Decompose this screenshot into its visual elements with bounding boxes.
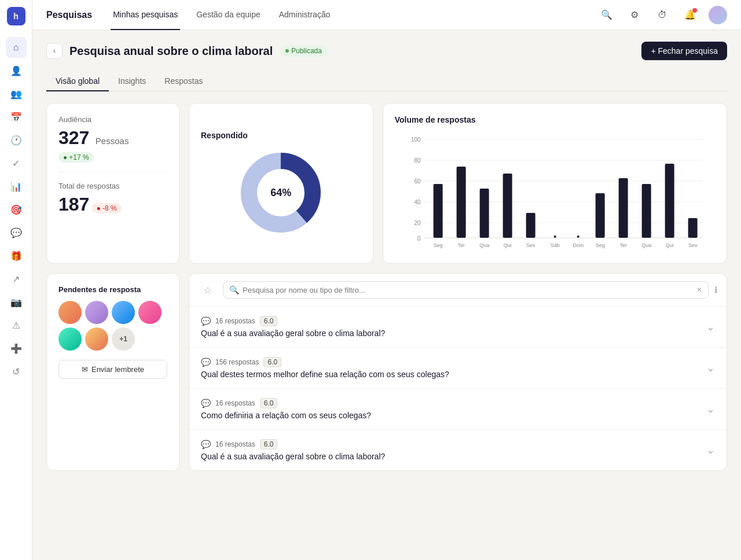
svg-text:Sáb: Sáb xyxy=(550,242,559,248)
nav-minhas-pesquisas[interactable]: Minhas pesquisas xyxy=(111,0,180,30)
clear-button[interactable]: ✕ xyxy=(696,286,702,294)
nav-gestao[interactable]: Gestão da equipe xyxy=(194,0,263,30)
reminder-button[interactable]: ✉ Enviar lembrete xyxy=(58,360,167,379)
question-item-4[interactable]: 💬 16 respostas 6.0 Qual é a sua avaliaçã… xyxy=(189,430,727,470)
svg-text:Dom: Dom xyxy=(573,242,584,248)
question-item-3[interactable]: 💬 16 respostas 6.0 Como definiria a rela… xyxy=(189,389,727,430)
brand-title: Pesquisas xyxy=(46,10,92,20)
svg-text:20: 20 xyxy=(414,220,421,226)
stats-divider xyxy=(58,172,167,172)
q-icon-3: 💬 xyxy=(201,399,211,408)
q-responses-1: 16 respostas xyxy=(215,317,255,325)
info-icon[interactable]: ℹ xyxy=(714,285,717,294)
svg-text:Sex: Sex xyxy=(526,242,535,248)
notification-dot xyxy=(692,8,697,13)
back-button[interactable]: ‹ xyxy=(46,43,63,59)
donut-title: Respondido xyxy=(201,131,248,140)
svg-text:Qua: Qua xyxy=(641,242,651,248)
sidebar-item-share[interactable]: ↗ xyxy=(6,268,27,289)
sidebar-item-check[interactable]: ✓ xyxy=(6,153,27,174)
pending-avatar-1 xyxy=(58,301,82,324)
question-item-2[interactable]: 💬 156 respostas 6.0 Qual destes termos m… xyxy=(189,348,727,389)
search-wrapper: 🔍 ✕ xyxy=(223,281,709,299)
expand-icon-2[interactable]: ⌄ xyxy=(706,362,715,374)
sidebar-item-alert[interactable]: ⚠ xyxy=(6,315,27,336)
pending-avatar-5 xyxy=(58,327,82,351)
sidebar-item-calendar[interactable]: 📅 xyxy=(6,106,27,127)
svg-point-26 xyxy=(577,235,579,238)
q-meta-4: 💬 16 respostas 6.0 xyxy=(201,439,385,450)
change-dot: ● xyxy=(63,153,67,161)
sidebar-item-gift[interactable]: 🎁 xyxy=(6,245,27,266)
q-meta-2: 💬 156 respostas 6.0 xyxy=(201,357,449,367)
pending-title: Pendentes de resposta xyxy=(58,285,167,294)
main-area: Pesquisas Minhas pesquisas Gestão da equ… xyxy=(32,0,741,560)
top-cards-row: Audiência 327 Pessoas ● +17 % Total de r… xyxy=(46,103,727,264)
expand-icon-3[interactable]: ⌄ xyxy=(706,403,715,415)
barchart-card: Volume de respostas 100 80 60 40 20 0 xyxy=(383,103,727,264)
settings-icon[interactable]: ⚙ xyxy=(625,6,644,24)
avatar-grid: +1 xyxy=(58,301,167,351)
sidebar-item-person-add[interactable]: ➕ xyxy=(6,338,27,359)
q-responses-3: 16 respostas xyxy=(215,399,255,407)
svg-rect-22 xyxy=(526,213,535,238)
expand-icon-1[interactable]: ⌄ xyxy=(706,320,715,333)
notifications-icon[interactable]: 🔔 xyxy=(681,6,699,24)
timer-icon[interactable]: ⏱ xyxy=(653,6,672,24)
question-item-1[interactable]: 💬 16 respostas 6.0 Qual é a sua avaliaçã… xyxy=(189,307,727,348)
svg-rect-20 xyxy=(502,174,512,238)
svg-point-24 xyxy=(553,235,556,238)
responses-change: ● -8 % xyxy=(92,203,122,213)
app-logo[interactable]: h xyxy=(7,7,25,25)
pending-avatar-2 xyxy=(85,301,108,324)
neg-dot: ● xyxy=(97,204,101,212)
page-header: ‹ Pesquisa anual sobre o clima laboral P… xyxy=(46,42,727,60)
sidebar-item-camera[interactable]: 📷 xyxy=(6,292,27,312)
q-text-4: Qual é a sua avaliação geral sobre o cli… xyxy=(201,452,385,461)
q-meta-3: 💬 16 respostas 6.0 xyxy=(201,398,371,408)
stats-card: Audiência 327 Pessoas ● +17 % Total de r… xyxy=(46,103,179,264)
question-meta-col-2: 💬 156 respostas 6.0 Qual destes termos m… xyxy=(201,357,449,379)
sidebar-item-target[interactable]: 🎯 xyxy=(6,199,27,220)
question-left-1: 💬 16 respostas 6.0 Qual é a sua avaliaçã… xyxy=(201,316,385,338)
question-meta-col-4: 💬 16 respostas 6.0 Qual é a sua avaliaçã… xyxy=(201,439,385,461)
tab-visao-global[interactable]: Visão global xyxy=(46,72,109,91)
question-left-3: 💬 16 respostas 6.0 Como definiria a rela… xyxy=(201,398,371,420)
sidebar-item-survey[interactable]: 💬 xyxy=(6,222,27,243)
close-survey-button[interactable]: + Fechar pesquisa xyxy=(641,42,727,60)
tab-respostas[interactable]: Respostas xyxy=(155,72,212,91)
page-title: Pesquisa anual sobre o clima laboral xyxy=(69,45,273,58)
sidebar-item-home[interactable]: ⌂ xyxy=(6,37,27,58)
sidebar-item-clock[interactable]: 🕐 xyxy=(6,130,27,150)
svg-text:40: 40 xyxy=(414,199,421,205)
sidebar-item-history[interactable]: ↺ xyxy=(6,361,27,382)
svg-text:Qui: Qui xyxy=(665,242,673,248)
tab-insights[interactable]: Insights xyxy=(109,72,155,91)
user-avatar[interactable] xyxy=(709,6,727,24)
svg-text:Qui: Qui xyxy=(503,242,511,248)
responses-value: 187 xyxy=(58,194,89,215)
donut-percent: 64% xyxy=(270,187,291,199)
q-meta-1: 💬 16 respostas 6.0 xyxy=(201,316,385,326)
sidebar-item-users[interactable]: 👤 xyxy=(6,60,27,81)
nav-administracao[interactable]: Administração xyxy=(277,0,333,30)
topnav: Pesquisas Minhas pesquisas Gestão da equ… xyxy=(32,0,741,30)
svg-text:Ter: Ter xyxy=(619,242,627,248)
search-input[interactable] xyxy=(243,286,693,294)
q-icon-2: 💬 xyxy=(201,358,211,367)
q-responses-4: 16 respostas xyxy=(215,440,255,448)
questions-container: ☆ 🔍 ✕ ℹ 💬 xyxy=(189,273,727,471)
star-button[interactable]: ☆ xyxy=(199,281,217,299)
expand-icon-4[interactable]: ⌄ xyxy=(706,444,715,456)
q-icon-4: 💬 xyxy=(201,440,211,449)
sidebar-item-chart[interactable]: 📊 xyxy=(6,176,27,197)
question-left-2: 💬 156 respostas 6.0 Qual destes termos m… xyxy=(201,357,449,379)
svg-rect-32 xyxy=(641,184,651,238)
q-score-4: 6.0 xyxy=(260,439,278,450)
sidebar-item-team[interactable]: 👥 xyxy=(6,83,27,104)
svg-rect-28 xyxy=(595,193,604,238)
bottom-row: Pendentes de resposta +1 ✉ Enviar lembre… xyxy=(46,273,727,471)
search-icon[interactable]: 🔍 xyxy=(597,6,616,24)
q-score-3: 6.0 xyxy=(260,398,278,408)
donut-card: Respondido 64% xyxy=(189,103,373,264)
